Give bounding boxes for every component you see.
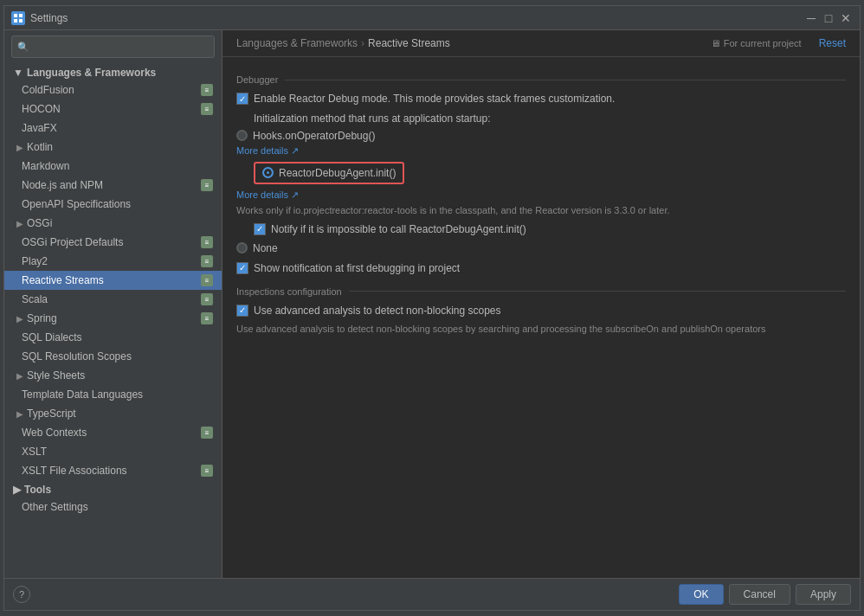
sidebar-item-kotlin[interactable]: ▶ Kotlin	[4, 138, 222, 157]
web-contexts-icon: ≡	[201, 427, 213, 439]
sidebar-item-coldfusion[interactable]: ColdFusion ≡	[4, 80, 222, 99]
advanced-analysis-desc: Use advanced analysis to detect non-bloc…	[236, 323, 846, 336]
hooks-radio[interactable]	[236, 130, 248, 141]
advanced-analysis-checkbox[interactable]: ✓	[236, 305, 248, 317]
inspections-section-divider: Inspections configuration	[236, 286, 846, 297]
enable-reactor-label: Enable Reactor Debug mode. This mode pro…	[254, 92, 615, 106]
sidebar: 🔍 ▼ Languages & Frameworks ColdFusion ≡ …	[4, 30, 222, 578]
init-method-section: Initialization method that runs at appli…	[254, 112, 846, 126]
maximize-button[interactable]: □	[822, 11, 835, 25]
none-radio[interactable]	[236, 242, 248, 253]
title-bar: Settings ─ □ ✕	[4, 6, 860, 30]
ok-button[interactable]: OK	[679, 584, 723, 605]
sidebar-item-markdown[interactable]: Markdown	[4, 157, 222, 176]
sidebar-item-osgi[interactable]: ▶ OSGi	[4, 214, 222, 233]
show-notification-row: ✓ Show notification at first debugging i…	[236, 261, 846, 276]
reactive-icon: ≡	[201, 274, 213, 286]
spring-icon: ≡	[201, 312, 213, 324]
svg-rect-0	[14, 14, 17, 17]
sidebar-item-xslt[interactable]: XSLT	[4, 442, 222, 461]
main-content: Debugger ✓ Enable Reactor Debug mode. Th…	[222, 57, 860, 578]
advanced-analysis-row: ✓ Use advanced analysis to detect non-bl…	[236, 304, 846, 318]
more-details-2[interactable]: More details ↗	[236, 189, 846, 201]
none-label: None	[253, 242, 278, 254]
notify-label: Notify if it is impossible to call React…	[271, 222, 526, 237]
notify-row: ✓ Notify if it is impossible to call Rea…	[254, 222, 846, 237]
monitor-icon: 🖥	[711, 38, 720, 48]
show-notification-checkbox[interactable]: ✓	[236, 262, 248, 274]
search-icon: 🔍	[17, 42, 29, 53]
sidebar-item-play2[interactable]: Play2 ≡	[4, 252, 222, 271]
bottom-bar: ? OK Cancel Apply	[4, 578, 860, 610]
main-header: Languages & Frameworks › Reactive Stream…	[222, 30, 860, 57]
cancel-button[interactable]: Cancel	[729, 584, 790, 605]
coldfusion-icon: ≡	[201, 84, 213, 96]
osgi-defaults-icon: ≡	[201, 236, 213, 248]
osgi-arrow: ▶	[16, 219, 23, 228]
scala-icon: ≡	[201, 293, 213, 305]
minimize-button[interactable]: ─	[804, 11, 818, 25]
advanced-analysis-label: Use advanced analysis to detect non-bloc…	[254, 304, 501, 318]
content-area: 🔍 ▼ Languages & Frameworks ColdFusion ≡ …	[4, 30, 860, 578]
works-only-text: Works only if io.projectreactor:reactor-…	[236, 204, 846, 217]
enable-reactor-checkbox[interactable]: ✓	[236, 93, 248, 105]
hooks-label: Hooks.onOperatorDebug()	[253, 130, 375, 142]
reset-button[interactable]: Reset	[819, 37, 846, 49]
sidebar-item-hocon[interactable]: HOCON ≡	[4, 99, 222, 119]
sidebar-item-javafx[interactable]: JavaFX	[4, 119, 222, 138]
main-panel: Languages & Frameworks › Reactive Stream…	[222, 30, 860, 578]
typescript-arrow: ▶	[16, 409, 23, 419]
sidebar-section-tools[interactable]: ▶ Tools	[4, 480, 222, 497]
settings-window: Settings ─ □ ✕ 🔍 ▼ Languages & Framework…	[3, 5, 861, 611]
help-button[interactable]: ?	[13, 586, 30, 603]
for-current-project: 🖥 For current project	[711, 38, 802, 48]
sidebar-item-spring[interactable]: ▶ Spring ≡	[4, 309, 222, 328]
reactor-debug-agent-radio[interactable]	[262, 167, 274, 178]
close-button[interactable]: ✕	[839, 11, 853, 25]
hooks-radio-row: Hooks.onOperatorDebug()	[236, 130, 846, 142]
tools-arrow: ▶	[13, 484, 21, 496]
sidebar-item-template-data[interactable]: Template Data Languages	[4, 385, 222, 404]
action-buttons: OK Cancel Apply	[679, 584, 851, 605]
spring-arrow: ▶	[16, 314, 23, 324]
sidebar-item-scala[interactable]: Scala ≡	[4, 290, 222, 309]
search-box[interactable]: 🔍	[11, 35, 215, 58]
sidebar-item-other-settings[interactable]: Other Settings	[4, 497, 222, 517]
xslt-file-icon: ≡	[201, 465, 213, 477]
notify-checkbox[interactable]: ✓	[254, 223, 266, 235]
svg-rect-1	[19, 14, 23, 17]
sidebar-item-openapi[interactable]: OpenAPI Specifications	[4, 195, 222, 214]
debugger-section-divider: Debugger	[236, 74, 846, 85]
search-input[interactable]	[33, 41, 209, 53]
stylesheets-arrow: ▶	[16, 371, 23, 381]
sidebar-item-typescript[interactable]: ▶ TypeScript	[4, 404, 222, 423]
kotlin-arrow: ▶	[16, 143, 23, 152]
more-details-1[interactable]: More details ↗	[236, 145, 846, 157]
sidebar-item-sql-resolution[interactable]: SQL Resolution Scopes	[4, 347, 222, 366]
app-icon	[11, 11, 25, 25]
sidebar-item-osgi-defaults[interactable]: OSGi Project Defaults ≡	[4, 233, 222, 252]
init-method-label: Initialization method that runs at appli…	[254, 112, 491, 125]
sidebar-item-nodejs[interactable]: Node.js and NPM ≡	[4, 176, 222, 195]
hocon-icon: ≡	[201, 103, 213, 115]
svg-rect-2	[14, 19, 17, 22]
none-radio-row: None	[236, 242, 846, 254]
section-arrow: ▼	[13, 67, 23, 79]
svg-rect-3	[19, 19, 23, 22]
sidebar-section-languages[interactable]: ▼ Languages & Frameworks	[4, 63, 222, 80]
window-title: Settings	[30, 12, 804, 24]
nodejs-icon: ≡	[201, 179, 213, 191]
sidebar-item-web-contexts[interactable]: Web Contexts ≡	[4, 423, 222, 442]
sidebar-item-stylesheets[interactable]: ▶ Style Sheets	[4, 366, 222, 385]
window-controls: ─ □ ✕	[804, 11, 853, 25]
reactor-debug-agent-option: ReactorDebugAgent.init()	[254, 158, 846, 188]
sidebar-item-xslt-file[interactable]: XSLT File Associations ≡	[4, 461, 222, 480]
show-notification-label: Show notification at first debugging in …	[254, 261, 460, 276]
enable-reactor-row: ✓ Enable Reactor Debug mode. This mode p…	[236, 92, 846, 106]
sidebar-scroll: ▼ Languages & Frameworks ColdFusion ≡ HO…	[4, 63, 222, 578]
play2-icon: ≡	[201, 255, 213, 267]
apply-button[interactable]: Apply	[796, 584, 851, 605]
sidebar-item-sql-dialects[interactable]: SQL Dialects	[4, 328, 222, 347]
reactor-debug-agent-highlight: ReactorDebugAgent.init()	[254, 162, 404, 184]
sidebar-item-reactive-streams[interactable]: Reactive Streams ≡	[4, 271, 222, 290]
